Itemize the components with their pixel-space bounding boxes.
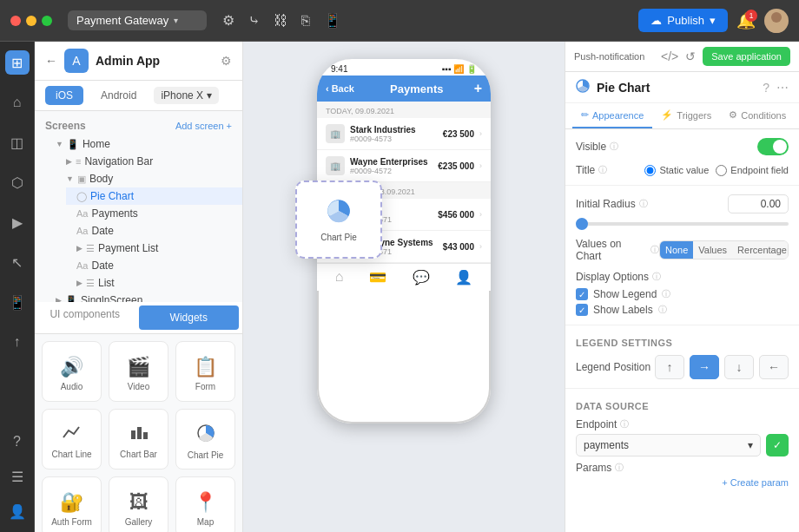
media-icon[interactable]: ▶ [5, 210, 30, 234]
widget-form[interactable]: 📋 Form [175, 341, 235, 402]
svg-rect-4 [143, 432, 148, 439]
traffic-light-red[interactable] [10, 16, 21, 26]
widget-video[interactable]: 🎬 Video [109, 341, 168, 402]
display-options-info-icon[interactable]: ⓘ [652, 271, 661, 283]
widget-gallery[interactable]: 🖼 Gallery [109, 476, 168, 532]
initial-radius-slider[interactable] [576, 222, 789, 226]
legend-pos-right[interactable]: → [690, 355, 719, 379]
tab-widgets[interactable]: Widgets [139, 305, 240, 330]
save-application-button[interactable]: Save application [703, 47, 790, 66]
widget-chart-bar[interactable]: Chart Bar [109, 409, 168, 470]
params-info-icon[interactable]: ⓘ [615, 462, 624, 474]
code-icon[interactable]: </> [661, 49, 678, 63]
back-button[interactable]: ← [45, 54, 57, 68]
traffic-light-green[interactable] [42, 16, 52, 26]
show-labels-checkbox[interactable]: ✓ [576, 304, 588, 316]
create-param-button[interactable]: + Create param [576, 474, 789, 491]
mobile-icon[interactable]: 📱 [324, 12, 341, 29]
refresh-icon[interactable]: ↺ [685, 49, 696, 63]
tree-item-body[interactable]: ▼ ▣ Body [56, 170, 242, 187]
tab-triggers[interactable]: ⚡ Triggers [652, 103, 720, 128]
pie-chart-header-icon [576, 79, 590, 95]
payment-bottom-icon[interactable]: 💳 [369, 269, 386, 286]
help-icon[interactable]: ? [5, 430, 30, 454]
values-values-button[interactable]: Values [693, 241, 732, 259]
endpoint-select[interactable]: payments ▾ [576, 434, 761, 456]
widget-chart-line[interactable]: Chart Line [42, 409, 102, 470]
tree-item-nav[interactable]: ▶ ≡ Navigation Bar [56, 153, 242, 170]
notification-button[interactable]: 🔔 1 [736, 11, 756, 30]
endpoint-confirm-button[interactable]: ✓ [766, 434, 789, 456]
upload-icon[interactable]: ↑ [5, 330, 30, 354]
components-icon[interactable]: ⬡ [5, 170, 30, 194]
user-avatar[interactable] [764, 9, 789, 33]
copy-icon[interactable]: ⎘ [301, 13, 310, 29]
settings-icon[interactable]: ⚙ [221, 54, 232, 68]
link-icon[interactable]: ⛓ [274, 13, 287, 29]
show-labels-info-icon[interactable]: ⓘ [658, 304, 667, 316]
phone-back-button[interactable]: ‹ Back [326, 83, 354, 94]
home-icon[interactable]: ⌂ [5, 90, 30, 115]
widget-audio[interactable]: 🔊 Audio [42, 341, 102, 402]
show-legend-info-icon[interactable]: ⓘ [662, 288, 670, 300]
ios-button[interactable]: iOS [45, 86, 83, 105]
add-screen-button[interactable]: Add screen + [175, 121, 232, 131]
tree-item-payment-list[interactable]: ▶ ☰ Payment List [66, 240, 242, 257]
tab-ui-components[interactable]: UI components [35, 302, 135, 333]
cursor-icon[interactable]: ↖ [5, 250, 30, 274]
title-endpoint-radio[interactable]: Endpoint field [716, 165, 789, 176]
visible-toggle[interactable] [757, 138, 789, 155]
values-on-chart-label: Values on Chart ⓘ [576, 238, 659, 262]
initial-radius-info-icon[interactable]: ⓘ [639, 198, 648, 210]
tree-item-home[interactable]: ▼ 📱 Home [45, 135, 242, 153]
tab-conditions[interactable]: ⚙ Conditions [720, 103, 795, 128]
show-labels-label: Show Labels [593, 304, 653, 316]
widget-auth-form[interactable]: 🔐 Auth Form [42, 476, 102, 532]
values-percentage-button[interactable]: Rercentage [732, 241, 789, 259]
mobile-preview-icon[interactable]: 📱 [5, 290, 30, 314]
show-legend-checkbox[interactable]: ✓ [576, 288, 588, 300]
publish-button[interactable]: ☁ Publish ▾ [638, 9, 728, 32]
user-bottom-icon[interactable]: 👤 [455, 269, 472, 286]
tree-item-date1[interactable]: Aa Date [66, 222, 242, 240]
traffic-light-yellow[interactable] [26, 16, 36, 26]
tree-item-singln[interactable]: ▶ 📱 SinglnScreen [45, 292, 242, 302]
visible-info-icon[interactable]: ⓘ [610, 141, 618, 153]
apps-icon[interactable]: ⊞ [5, 50, 30, 75]
legend-pos-left[interactable]: ← [759, 355, 789, 379]
check-icon: ✓ [578, 305, 585, 315]
endpoint-info-icon[interactable]: ⓘ [620, 418, 629, 430]
layers-icon[interactable]: ◫ [5, 130, 30, 154]
legend-pos-down[interactable]: ↓ [724, 355, 754, 379]
android-button[interactable]: Android [90, 86, 147, 105]
payment-item-2[interactable]: 🏢 Wayne Enterprises #0009-4572 €235 000 … [317, 150, 491, 182]
tab-appearance[interactable]: ✏ Appearence [572, 103, 652, 128]
settings-icon[interactable]: ⚙ [222, 12, 234, 29]
initial-radius-value[interactable]: 0.00 [728, 194, 789, 213]
message-bottom-icon[interactable]: 💬 [413, 269, 430, 286]
more-icon[interactable]: ⋯ [776, 81, 789, 95]
phone-add-button[interactable]: + [474, 81, 482, 96]
chart-pie-overlay-icon [326, 198, 352, 229]
device-model-selector[interactable]: iPhone X ▾ [154, 87, 219, 104]
payment-item-1[interactable]: 🏢 Stark Industries #0009-4573 €23 500 › [317, 118, 491, 150]
tree-item-payments[interactable]: Aa Payments [66, 205, 242, 222]
title-info-icon[interactable]: ⓘ [598, 164, 607, 176]
tree-item-date2[interactable]: Aa Date [66, 257, 242, 274]
app-selector[interactable]: Payment Gateway ▾ [68, 10, 207, 30]
list-icon[interactable]: ☰ [5, 464, 30, 489]
help-icon[interactable]: ? [763, 81, 769, 95]
widget-map[interactable]: 📍 Map [175, 476, 235, 532]
values-info-icon[interactable]: ⓘ [650, 244, 659, 256]
tree-item-pie-chart[interactable]: ◯ Pie Chart [66, 187, 242, 205]
share-icon[interactable]: ⤷ [248, 12, 260, 29]
user-icon[interactable]: 👤 [5, 499, 30, 523]
chart-pie-overlay[interactable]: Chart Pie [295, 181, 382, 259]
values-none-button[interactable]: None [660, 241, 693, 259]
title-static-radio[interactable]: Static value [644, 165, 709, 176]
legend-pos-up[interactable]: ↑ [655, 355, 684, 379]
tree-item-list[interactable]: ▶ ☰ List [66, 274, 242, 292]
widget-chart-pie[interactable]: Chart Pie [175, 409, 235, 470]
legend-position-label: Legend Position [576, 361, 650, 373]
home-bottom-icon[interactable]: ⌂ [335, 269, 344, 286]
